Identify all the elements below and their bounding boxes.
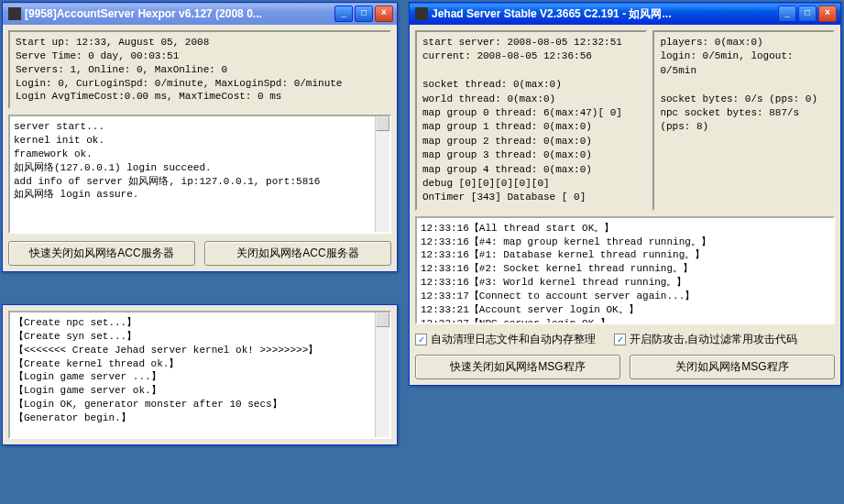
log-line: current: 2008-08-05 12:36:56 — [422, 49, 640, 63]
maximize-button[interactable]: □ — [355, 5, 373, 22]
close-button[interactable]: × — [818, 5, 837, 22]
serve-time: Serve Time: 0 day, 00:03:51 — [16, 49, 384, 63]
minimize-button[interactable]: _ — [334, 5, 353, 22]
log-line — [660, 78, 828, 92]
window-title: [9958]AccountServer Hexpor v6.127 (2008 … — [25, 7, 334, 20]
login-line: Login: 0, CurLoginSpd: 0/minute, MaxLogi… — [16, 77, 384, 91]
account-server-window: [9958]AccountServer Hexpor v6.127 (2008 … — [2, 2, 398, 272]
log-line: add info of server 如风网络, ip:127.0.0.1, p… — [14, 175, 386, 189]
minimize-button[interactable]: _ — [778, 5, 796, 22]
auto-clean-checkbox[interactable]: ✓ 自动清理日志文件和自动内存整理 — [415, 332, 596, 347]
npc-log-panel[interactable]: 【Create npc set...】【Create syn set...】【<… — [8, 311, 391, 439]
log-line: 12:33:16【#4: map group kernel thread run… — [421, 236, 829, 249]
fast-close-msg-button[interactable]: 快速关闭如风网络MSG程序 — [415, 355, 620, 379]
log-line: server start... — [14, 120, 386, 134]
log-line: kernel init ok. — [14, 134, 386, 148]
scroll-up-button[interactable] — [376, 312, 389, 327]
log-line: 【Create npc set...】 — [14, 316, 386, 330]
close-button[interactable]: × — [375, 5, 393, 22]
window-title: Jehad Server Stable V2.3665 C2.191 - 如风网… — [432, 6, 778, 22]
log-line: map group 0 thread: 6(max:47)[ 0] — [422, 106, 640, 120]
timecost-line: Login AvgTimeCost:0.00 ms, MaxTimeCost: … — [16, 90, 384, 104]
app-icon — [8, 7, 21, 20]
stats-left-panel: start server: 2008-08-05 12:32:51current… — [415, 30, 647, 211]
log-line: 【Login game server ok.】 — [14, 384, 386, 398]
account-log-panel[interactable]: server start...kernel init ok.framework … — [8, 115, 391, 234]
anti-attack-label: 开启防攻击,自动过滤常用攻击代码 — [630, 332, 797, 347]
servers-line: Servers: 1, Online: 0, MaxOnline: 0 — [16, 63, 384, 77]
log-line: 【Create syn set...】 — [14, 330, 386, 344]
log-line: players: 0(max:0) — [660, 36, 828, 49]
log-line: debug [0][0][0][0][0] — [422, 177, 640, 191]
log-line: 12:33:37【NPC server login OK.】 — [421, 317, 829, 324]
log-line: start server: 2008-08-05 12:32:51 — [422, 36, 640, 49]
log-line: framework ok. — [14, 148, 386, 161]
log-line: login: 0/5min, logout: 0/5min — [660, 49, 828, 78]
log-line: 12:33:17【Connect to account server again… — [421, 290, 829, 303]
startup-time: Start up: 12:33, August 05, 2008 — [16, 36, 384, 49]
log-line: OnTimer [343] Database [ 0] — [422, 191, 640, 204]
stats-right-panel: players: 0(max:0)login: 0/5min, logout: … — [652, 30, 835, 211]
close-acc-button[interactable]: 关闭如风网络ACC服务器 — [204, 241, 391, 266]
log-line: 12:33:16【#3: World kernel thread running… — [421, 276, 829, 290]
log-line — [422, 64, 640, 78]
log-line: 【Generator begin.】 — [14, 411, 386, 425]
jehad-server-window: Jehad Server Stable V2.3665 C2.191 - 如风网… — [409, 2, 841, 386]
titlebar[interactable]: Jehad Server Stable V2.3665 C2.191 - 如风网… — [410, 3, 840, 25]
checkbox-icon: ✓ — [614, 334, 626, 345]
log-line: 12:33:16【All thread start OK。】 — [421, 222, 829, 236]
auto-clean-label: 自动清理日志文件和自动内存整理 — [431, 332, 596, 347]
log-line: 【Login game server ...】 — [14, 370, 386, 384]
scrollbar[interactable] — [375, 312, 389, 437]
log-line: 【Create kernel thread ok.】 — [14, 357, 386, 371]
app-icon — [415, 7, 428, 20]
scroll-up-button[interactable] — [376, 116, 389, 131]
maximize-button[interactable]: □ — [798, 5, 817, 22]
log-line: socket thread: 0(max:0) — [422, 78, 640, 92]
log-line: 12:33:16【#2: Socket kernel thread runnin… — [421, 262, 829, 276]
log-line: 如风网络(127.0.0.1) login succeed. — [14, 161, 386, 175]
log-line: npc socket bytes: 887/s (pps: 8) — [660, 106, 828, 135]
anti-attack-checkbox[interactable]: ✓ 开启防攻击,自动过滤常用攻击代码 — [614, 332, 797, 347]
log-line: map group 4 thread: 0(max:0) — [422, 163, 640, 177]
checkbox-icon: ✓ — [415, 334, 427, 345]
fast-close-acc-button[interactable]: 快速关闭如风网络ACC服务器 — [8, 241, 195, 266]
log-line: socket bytes: 0/s (pps: 0) — [660, 93, 828, 106]
npc-server-window: 【Create npc set...】【Create syn set...】【<… — [2, 304, 398, 445]
log-line: map group 1 thread: 0(max:0) — [422, 120, 640, 134]
log-line: map group 2 thread: 0(max:0) — [422, 135, 640, 148]
titlebar[interactable]: [9958]AccountServer Hexpor v6.127 (2008 … — [3, 3, 397, 25]
log-line: 12:33:21【Account server login OK。】 — [421, 303, 829, 317]
log-line: 【Login OK, generator monster after 10 se… — [14, 398, 386, 411]
jehad-log-panel[interactable]: 12:33:16【All thread start OK。】12:33:16【#… — [415, 216, 835, 324]
server-info-panel: Start up: 12:33, August 05, 2008 Serve T… — [8, 30, 391, 109]
scrollbar[interactable] — [375, 116, 389, 232]
log-line: 如风网络 login assure. — [14, 188, 386, 202]
log-line: map group 3 thread: 0(max:0) — [422, 148, 640, 162]
close-msg-button[interactable]: 关闭如风网络MSG程序 — [630, 355, 835, 379]
log-line: world thread: 0(max:0) — [422, 93, 640, 106]
log-line: 12:33:16【#1: Database kernel thread runn… — [421, 248, 829, 262]
log-line: 【<<<<<<< Create Jehad server kernel ok! … — [14, 344, 386, 357]
